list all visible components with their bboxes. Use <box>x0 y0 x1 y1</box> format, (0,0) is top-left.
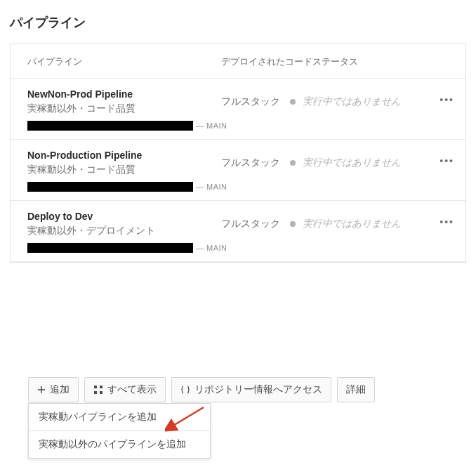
branch-redacted <box>27 243 193 253</box>
more-icon[interactable]: ••• <box>439 94 454 105</box>
svg-rect-1 <box>100 386 103 388</box>
show-all-button[interactable]: すべて表示 <box>84 377 166 402</box>
header-status: デプロイされたコードステータス <box>221 55 449 68</box>
add-button-label: 追加 <box>50 383 70 396</box>
footer-toolbar: 追加 すべて表示 リポジトリー情報へアクセス 詳細 <box>28 377 375 402</box>
table-row: Non-Production Pipeline 実稼動以外・コード品質 フルスタ… <box>11 140 465 201</box>
branch-label: — MAIN <box>196 121 227 130</box>
pipeline-subtitle: 実稼動以外・コード品質 <box>27 164 221 176</box>
deploy-type: フルスタック <box>221 218 280 230</box>
branch-label: — MAIN <box>196 244 227 252</box>
status-text: 実行中ではありません <box>303 96 401 108</box>
deploy-type: フルスタック <box>221 96 280 108</box>
pipeline-name: NewNon-Prod Pipeline <box>27 88 221 100</box>
grid-icon <box>93 385 103 395</box>
braces-icon <box>180 385 190 395</box>
details-button[interactable]: 詳細 <box>337 377 375 402</box>
more-icon[interactable]: ••• <box>439 155 454 166</box>
add-production-pipeline-item[interactable]: 実稼動パイプラインを追加 <box>29 404 210 431</box>
status-dot-icon <box>290 160 296 166</box>
status-text: 実行中ではありません <box>303 218 401 230</box>
deploy-type: フルスタック <box>221 157 280 169</box>
pipeline-name: Deploy to Dev <box>27 211 221 222</box>
plus-icon <box>37 386 46 394</box>
show-all-button-label: すべて表示 <box>107 383 157 396</box>
details-button-label: 詳細 <box>346 383 366 396</box>
svg-rect-2 <box>94 391 97 394</box>
status-dot-icon <box>290 221 296 227</box>
pipelines-card: パイプライン デプロイされたコードステータス NewNon-Prod Pipel… <box>10 44 466 263</box>
branch-label: — MAIN <box>196 183 227 191</box>
repo-info-button-label: リポジトリー情報へアクセス <box>194 383 322 396</box>
add-button[interactable]: 追加 <box>28 377 79 402</box>
pipeline-subtitle: 実稼動以外・コード品質 <box>27 103 221 115</box>
add-nonproduction-pipeline-item[interactable]: 実稼動以外のパイプラインを追加 <box>29 431 210 458</box>
table-row: NewNon-Prod Pipeline 実稼動以外・コード品質 フルスタック … <box>11 79 465 140</box>
branch-redacted <box>27 121 193 131</box>
status-dot-icon <box>290 99 296 105</box>
add-dropdown-menu: 実稼動パイプラインを追加 実稼動以外のパイプラインを追加 <box>28 403 211 459</box>
status-text: 実行中ではありません <box>303 157 401 169</box>
table-row: Deploy to Dev 実稼動以外・デプロイメント フルスタック 実行中では… <box>11 201 465 262</box>
repo-info-button[interactable]: リポジトリー情報へアクセス <box>171 377 331 402</box>
table-header: パイプライン デプロイされたコードステータス <box>11 44 465 79</box>
header-pipeline: パイプライン <box>27 55 221 68</box>
branch-redacted <box>27 182 193 192</box>
pipeline-name: Non-Production Pipeline <box>27 150 221 161</box>
more-icon[interactable]: ••• <box>439 216 454 228</box>
svg-rect-0 <box>94 386 97 388</box>
page-title: パイプライン <box>0 0 476 44</box>
svg-rect-3 <box>100 391 103 394</box>
pipeline-subtitle: 実稼動以外・デプロイメント <box>27 225 221 237</box>
